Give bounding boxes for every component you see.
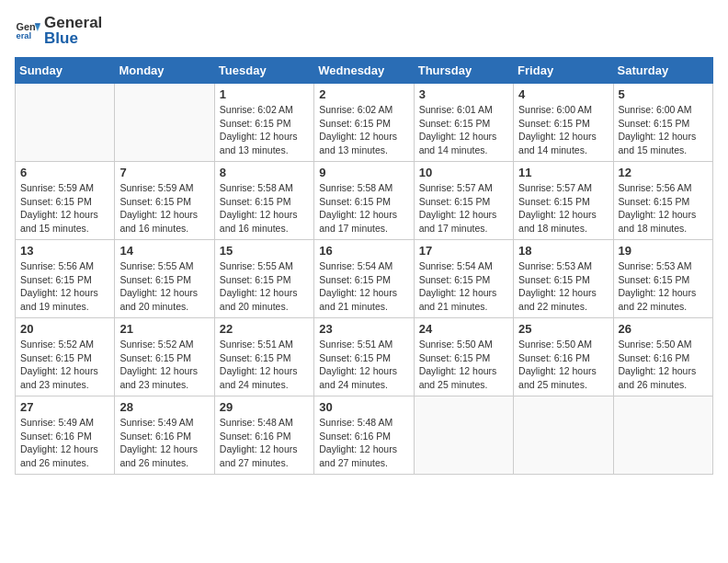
week-row-5: 27Sunrise: 5:49 AMSunset: 6:16 PMDayligh… [16,396,713,475]
calendar-cell: 25Sunrise: 5:50 AMSunset: 6:16 PMDayligh… [514,318,613,396]
day-number: 17 [419,244,508,258]
day-info: Sunrise: 5:57 AMSunset: 6:15 PMDaylight:… [419,181,508,236]
day-number: 4 [518,87,608,101]
calendar-cell: 8Sunrise: 5:58 AMSunset: 6:15 PMDaylight… [214,162,313,240]
day-number: 26 [619,322,708,336]
day-info: Sunrise: 5:51 AMSunset: 6:15 PMDaylight:… [319,338,408,392]
col-wednesday: Wednesday [314,58,414,84]
day-number: 29 [220,400,309,414]
day-info: Sunrise: 5:58 AMSunset: 6:15 PMDaylight:… [319,181,408,236]
day-number: 3 [419,87,508,101]
calendar-cell [514,396,613,475]
day-info: Sunrise: 6:00 AMSunset: 6:15 PMDaylight:… [518,103,608,157]
calendar-cell [16,84,115,162]
day-info: Sunrise: 5:50 AMSunset: 6:16 PMDaylight:… [518,338,608,392]
calendar-cell: 27Sunrise: 5:49 AMSunset: 6:16 PMDayligh… [16,396,115,475]
day-info: Sunrise: 5:49 AMSunset: 6:16 PMDaylight:… [119,416,209,470]
calendar-cell [115,84,214,162]
day-number: 9 [319,166,408,179]
day-number: 5 [619,87,708,101]
day-info: Sunrise: 5:53 AMSunset: 6:15 PMDaylight:… [518,259,608,314]
day-info: Sunrise: 5:49 AMSunset: 6:16 PMDaylight:… [20,416,109,470]
day-info: Sunrise: 5:55 AMSunset: 6:15 PMDaylight:… [220,259,309,314]
logo: Gen eral General Blue [15,15,102,46]
day-number: 2 [319,87,408,101]
day-number: 18 [518,244,608,258]
svg-text:Gen: Gen [17,21,36,32]
day-number: 8 [220,166,309,179]
day-number: 15 [220,244,309,258]
calendar-cell: 26Sunrise: 5:50 AMSunset: 6:16 PMDayligh… [613,318,712,396]
day-info: Sunrise: 5:56 AMSunset: 6:15 PMDaylight:… [20,259,109,314]
week-row-4: 20Sunrise: 5:52 AMSunset: 6:15 PMDayligh… [16,318,713,396]
calendar-cell: 1Sunrise: 6:02 AMSunset: 6:15 PMDaylight… [214,84,313,162]
col-tuesday: Tuesday [214,58,313,84]
day-number: 6 [20,166,109,179]
calendar-cell: 24Sunrise: 5:50 AMSunset: 6:15 PMDayligh… [414,318,513,396]
calendar-cell: 20Sunrise: 5:52 AMSunset: 6:15 PMDayligh… [16,318,115,396]
day-info: Sunrise: 5:57 AMSunset: 6:15 PMDaylight:… [518,181,608,236]
day-number: 23 [319,322,408,336]
week-row-3: 13Sunrise: 5:56 AMSunset: 6:15 PMDayligh… [16,240,713,318]
day-info: Sunrise: 6:01 AMSunset: 6:15 PMDaylight:… [419,103,508,157]
day-info: Sunrise: 5:54 AMSunset: 6:15 PMDaylight:… [419,259,508,314]
calendar-cell: 29Sunrise: 5:48 AMSunset: 6:16 PMDayligh… [214,396,313,475]
calendar-cell: 15Sunrise: 5:55 AMSunset: 6:15 PMDayligh… [214,240,313,318]
calendar-header-row: Sunday Monday Tuesday Wednesday Thursday… [16,58,713,84]
day-info: Sunrise: 5:48 AMSunset: 6:16 PMDaylight:… [319,416,408,470]
col-sunday: Sunday [16,58,115,84]
calendar-cell: 14Sunrise: 5:55 AMSunset: 6:15 PMDayligh… [115,240,214,318]
day-info: Sunrise: 5:52 AMSunset: 6:15 PMDaylight:… [119,338,209,392]
calendar-cell: 12Sunrise: 5:56 AMSunset: 6:15 PMDayligh… [613,162,712,240]
week-row-1: 1Sunrise: 6:02 AMSunset: 6:15 PMDaylight… [16,84,713,162]
calendar-cell: 18Sunrise: 5:53 AMSunset: 6:15 PMDayligh… [514,240,613,318]
calendar-cell: 10Sunrise: 5:57 AMSunset: 6:15 PMDayligh… [414,162,513,240]
col-thursday: Thursday [414,58,513,84]
day-info: Sunrise: 6:02 AMSunset: 6:15 PMDaylight:… [220,103,309,157]
day-number: 24 [419,322,508,336]
day-info: Sunrise: 5:53 AMSunset: 6:15 PMDaylight:… [619,259,708,314]
day-number: 11 [518,166,608,179]
day-number: 22 [220,322,309,336]
day-info: Sunrise: 5:51 AMSunset: 6:15 PMDaylight:… [220,338,309,392]
day-info: Sunrise: 6:00 AMSunset: 6:15 PMDaylight:… [619,103,708,157]
day-number: 21 [119,322,209,336]
calendar-cell [414,396,513,475]
calendar-cell: 4Sunrise: 6:00 AMSunset: 6:15 PMDaylight… [514,84,613,162]
calendar-cell: 11Sunrise: 5:57 AMSunset: 6:15 PMDayligh… [514,162,613,240]
calendar-cell: 3Sunrise: 6:01 AMSunset: 6:15 PMDaylight… [414,84,513,162]
calendar-cell: 17Sunrise: 5:54 AMSunset: 6:15 PMDayligh… [414,240,513,318]
day-number: 14 [119,244,209,258]
calendar-cell: 5Sunrise: 6:00 AMSunset: 6:15 PMDaylight… [613,84,712,162]
day-number: 20 [20,322,109,336]
day-number: 27 [20,400,109,414]
calendar-cell: 13Sunrise: 5:56 AMSunset: 6:15 PMDayligh… [16,240,115,318]
header: Gen eral General Blue [15,15,713,46]
day-info: Sunrise: 5:55 AMSunset: 6:15 PMDaylight:… [119,259,209,314]
day-number: 28 [119,400,209,414]
calendar-cell: 2Sunrise: 6:02 AMSunset: 6:15 PMDaylight… [314,84,414,162]
week-row-2: 6Sunrise: 5:59 AMSunset: 6:15 PMDaylight… [16,162,713,240]
day-number: 30 [319,400,408,414]
day-info: Sunrise: 5:50 AMSunset: 6:16 PMDaylight:… [619,338,708,392]
col-saturday: Saturday [613,58,712,84]
day-info: Sunrise: 5:58 AMSunset: 6:15 PMDaylight:… [220,181,309,236]
calendar-cell: 23Sunrise: 5:51 AMSunset: 6:15 PMDayligh… [314,318,414,396]
day-number: 25 [518,322,608,336]
day-number: 19 [619,244,708,258]
day-number: 13 [20,244,109,258]
day-info: Sunrise: 5:52 AMSunset: 6:15 PMDaylight:… [20,338,109,392]
day-info: Sunrise: 5:59 AMSunset: 6:15 PMDaylight:… [119,181,209,236]
day-info: Sunrise: 5:48 AMSunset: 6:16 PMDaylight:… [220,416,309,470]
day-info: Sunrise: 5:59 AMSunset: 6:15 PMDaylight:… [20,181,109,236]
calendar-cell [613,396,712,475]
day-number: 7 [119,166,209,179]
calendar-cell: 30Sunrise: 5:48 AMSunset: 6:16 PMDayligh… [314,396,414,475]
svg-text:eral: eral [17,31,32,40]
day-number: 1 [220,87,309,101]
calendar-cell: 28Sunrise: 5:49 AMSunset: 6:16 PMDayligh… [115,396,214,475]
calendar-cell: 21Sunrise: 5:52 AMSunset: 6:15 PMDayligh… [115,318,214,396]
day-info: Sunrise: 5:50 AMSunset: 6:15 PMDaylight:… [419,338,508,392]
day-number: 12 [619,166,708,179]
calendar-cell: 22Sunrise: 5:51 AMSunset: 6:15 PMDayligh… [214,318,313,396]
